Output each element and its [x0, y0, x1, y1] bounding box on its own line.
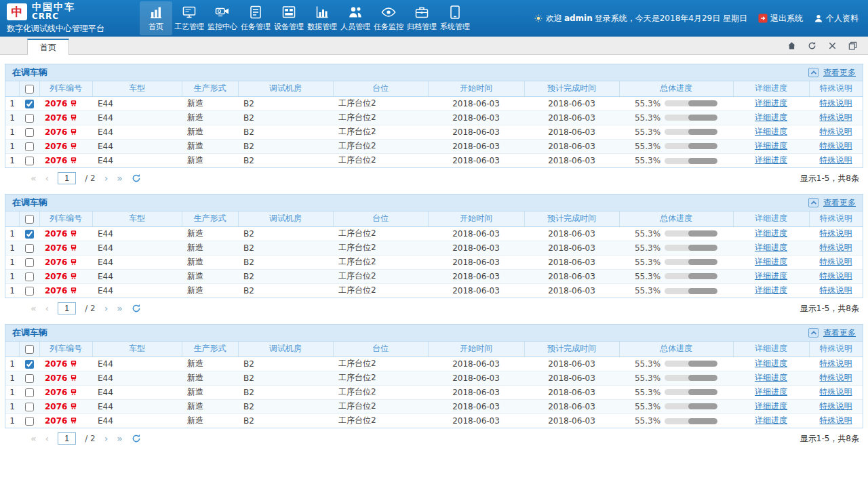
special-note-link[interactable]: 特殊说明	[820, 141, 852, 150]
view-more-link[interactable]: 查看更多	[823, 197, 856, 209]
prev-page-button[interactable]: ‹	[45, 174, 50, 183]
detail-progress-link[interactable]: 详细进度	[755, 387, 787, 396]
row-checkbox[interactable]	[25, 100, 34, 108]
first-page-button[interactable]: «	[31, 304, 37, 313]
detail-progress-link[interactable]: 详细进度	[755, 285, 787, 295]
last-page-button[interactable]: »	[117, 434, 123, 443]
row-checkbox[interactable]	[25, 114, 34, 123]
special-note-link[interactable]: 特殊说明	[820, 98, 852, 108]
nav-item-home[interactable]: 首页	[140, 1, 172, 35]
special-note-link[interactable]: 特殊说明	[820, 387, 852, 396]
detail-progress-link[interactable]: 详细进度	[755, 359, 787, 368]
row-checkbox[interactable]	[25, 287, 34, 296]
row-checkbox[interactable]	[25, 360, 34, 369]
nav-item-data[interactable]: 数据管理	[306, 1, 338, 35]
row-checkbox[interactable]	[25, 244, 34, 253]
refresh-icon[interactable]	[132, 304, 141, 313]
next-page-button[interactable]: ›	[104, 304, 108, 313]
detail-progress-link[interactable]: 详细进度	[755, 373, 787, 382]
prev-page-button[interactable]: ‹	[45, 434, 50, 443]
nav-item-monitor-center[interactable]: 监控中心	[206, 1, 239, 35]
train-number[interactable]: 2076	[45, 402, 67, 411]
profile-button[interactable]: 个人资料	[814, 13, 859, 24]
detail-progress-link[interactable]: 详细进度	[755, 271, 787, 281]
detail-progress-link[interactable]: 详细进度	[755, 257, 787, 266]
special-note-link[interactable]: 特殊说明	[820, 373, 852, 382]
tab-home[interactable]: 首页	[27, 39, 69, 55]
detail-progress-link[interactable]: 详细进度	[755, 127, 787, 136]
nav-item-task-monitor[interactable]: 任务监控	[372, 1, 405, 35]
row-checkbox[interactable]	[25, 258, 34, 267]
detail-progress-link[interactable]: 详细进度	[755, 113, 787, 122]
train-number[interactable]: 2076	[45, 359, 67, 369]
next-page-button[interactable]: ›	[104, 174, 108, 183]
row-checkbox[interactable]	[25, 142, 34, 151]
first-page-button[interactable]: «	[31, 174, 37, 183]
special-note-link[interactable]: 特殊说明	[820, 127, 852, 136]
detail-progress-link[interactable]: 详细进度	[755, 141, 787, 150]
train-number[interactable]: 2076	[45, 272, 67, 281]
nav-item-task[interactable]: 任务管理	[239, 1, 272, 35]
close-icon[interactable]	[828, 41, 837, 50]
train-number[interactable]: 2076	[45, 243, 67, 253]
view-more-link[interactable]: 查看更多	[823, 67, 856, 79]
nav-item-archive[interactable]: 归档管理	[406, 1, 438, 35]
row-checkbox[interactable]	[25, 388, 34, 397]
special-note-link[interactable]: 特殊说明	[820, 113, 852, 122]
special-note-link[interactable]: 特殊说明	[820, 401, 852, 411]
collapse-icon[interactable]	[808, 68, 818, 77]
train-number[interactable]: 2076	[45, 156, 67, 165]
select-all-checkbox[interactable]	[25, 215, 34, 224]
special-note-link[interactable]: 特殊说明	[820, 285, 852, 295]
nav-item-process[interactable]: 工艺管理	[173, 1, 205, 35]
refresh-icon[interactable]	[132, 434, 141, 443]
last-page-button[interactable]: »	[117, 174, 123, 183]
row-checkbox[interactable]	[25, 128, 34, 137]
row-checkbox[interactable]	[25, 230, 34, 239]
special-note-link[interactable]: 特殊说明	[820, 359, 852, 368]
page-number-input[interactable]	[58, 432, 76, 445]
train-number[interactable]: 2076	[45, 142, 67, 151]
nav-item-system[interactable]: 系统管理	[439, 1, 471, 35]
page-number-input[interactable]	[58, 172, 76, 184]
next-page-button[interactable]: ›	[104, 434, 108, 443]
windows-icon[interactable]	[848, 41, 857, 50]
row-checkbox[interactable]	[25, 157, 34, 165]
special-note-link[interactable]: 特殊说明	[820, 271, 852, 281]
row-checkbox[interactable]	[25, 374, 34, 383]
train-number[interactable]: 2076	[45, 286, 67, 296]
row-checkbox[interactable]	[25, 417, 34, 426]
refresh-icon[interactable]	[132, 174, 141, 183]
home-icon[interactable]	[787, 41, 796, 50]
train-number[interactable]: 2076	[45, 127, 67, 137]
detail-progress-link[interactable]: 详细进度	[755, 243, 787, 252]
collapse-icon[interactable]	[808, 198, 818, 207]
logout-button[interactable]: 退出系统	[758, 13, 803, 24]
train-number[interactable]: 2076	[45, 229, 67, 239]
collapse-icon[interactable]	[808, 328, 818, 338]
special-note-link[interactable]: 特殊说明	[820, 228, 852, 238]
last-page-button[interactable]: »	[117, 304, 123, 313]
detail-progress-link[interactable]: 详细进度	[755, 415, 787, 425]
first-page-button[interactable]: «	[31, 434, 37, 443]
detail-progress-link[interactable]: 详细进度	[755, 401, 787, 411]
select-all-checkbox[interactable]	[25, 345, 34, 354]
nav-item-device[interactable]: 设备管理	[273, 1, 305, 35]
row-checkbox[interactable]	[25, 272, 34, 281]
refresh-icon[interactable]	[808, 41, 816, 50]
nav-item-people[interactable]: 人员管理	[339, 1, 372, 35]
train-number[interactable]: 2076	[45, 388, 67, 397]
train-number[interactable]: 2076	[45, 258, 67, 267]
special-note-link[interactable]: 特殊说明	[820, 257, 852, 266]
select-all-checkbox[interactable]	[25, 85, 34, 94]
page-number-input[interactable]	[58, 302, 76, 314]
special-note-link[interactable]: 特殊说明	[820, 243, 852, 252]
train-number[interactable]: 2076	[45, 113, 67, 123]
detail-progress-link[interactable]: 详细进度	[755, 98, 787, 108]
detail-progress-link[interactable]: 详细进度	[755, 155, 787, 165]
row-checkbox[interactable]	[25, 403, 34, 411]
special-note-link[interactable]: 特殊说明	[820, 415, 852, 425]
train-number[interactable]: 2076	[45, 99, 67, 108]
view-more-link[interactable]: 查看更多	[823, 327, 856, 339]
special-note-link[interactable]: 特殊说明	[820, 155, 852, 165]
